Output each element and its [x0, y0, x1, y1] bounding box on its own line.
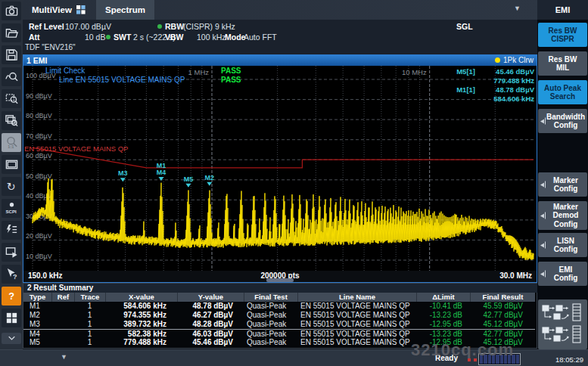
result-table-body: M11584.606 kHz48.78 dBµVQuasi-PeakEN 550… [23, 302, 535, 347]
vbw-value[interactable]: 100 kHz [197, 33, 226, 42]
replay-icon[interactable]: ↻ [2, 177, 21, 196]
cell-line-name: EN 55015 VOLTAGE MAINS QP [297, 302, 416, 311]
cell-final-result: 42.77 dBµV [470, 330, 535, 338]
watermark-mark [474, 358, 477, 361]
tab-spectrum[interactable]: Spectrum [96, 0, 154, 20]
column-header-5: Final Test [244, 293, 297, 302]
window-resize-grip[interactable] [266, 278, 294, 282]
sgl-indicator: SGL [456, 22, 473, 31]
cell-x-value: 584.606 kHz [105, 302, 177, 311]
result-row-M5[interactable]: M51779.488 kHz45.46 dBµVQuasi-PeakEN 550… [23, 338, 535, 347]
multi-zoom-icon[interactable] [2, 111, 21, 130]
windows-start-icon[interactable] [2, 309, 21, 327]
column-header-8: Final Result [470, 293, 535, 302]
svg-text:1 MHz: 1 MHz [188, 68, 210, 76]
save-icon[interactable] [2, 45, 21, 64]
emi-window-titlebar[interactable]: 1 EMI 1Pk Clrw [23, 55, 537, 66]
svg-text:70 dBµV: 70 dBµV [26, 132, 52, 140]
cell-final-test: Quasi-Peak [244, 302, 297, 311]
limit-check-label: Limit Check [45, 67, 85, 75]
att-value[interactable]: 10 dB [85, 33, 105, 42]
submenu-arrow-icon [540, 181, 546, 188]
open-file-icon[interactable] [2, 23, 21, 42]
rbw-value[interactable]: (CISPR) 9 kHz [183, 22, 235, 31]
column-header-0: Type [23, 293, 51, 302]
svg-text:10 MHz: 10 MHz [402, 68, 427, 76]
cell-trace: 1 [74, 330, 105, 338]
svg-text:M2: M2 [205, 174, 215, 181]
event-sequence-icon[interactable] [2, 221, 21, 240]
trace-label[interactable]: 1Pk Clrw [495, 56, 534, 64]
cell-y-value: 48.78 dBµV [177, 302, 244, 311]
context-help-icon[interactable]: ? [2, 265, 21, 284]
svg-text:M1: M1 [157, 162, 166, 169]
svg-text:?: ? [8, 290, 14, 302]
external-monitor-icon[interactable] [2, 243, 21, 262]
svg-text:50 dBµV: 50 dBµV [26, 172, 52, 180]
softkey-emi-config[interactable]: EMIConfig [538, 262, 587, 286]
svg-text:M3: M3 [118, 169, 128, 177]
softkey-res-bw-mil[interactable]: Res BWMIL [538, 51, 587, 76]
softkey-sidebar: EMI Res BWCISPRRes BWMILAuto PeakSearchB… [537, 0, 588, 366]
screenshot-icon[interactable] [2, 2, 21, 20]
cell-type: M5 [23, 338, 51, 347]
result-row-M2[interactable]: M21974.355 kHz46.27 dBµVQuasi-PeakEN 550… [23, 311, 535, 320]
softkey-res-bw-cispr[interactable]: Res BWCISPR [538, 23, 587, 47]
result-row-M3[interactable]: M31389.732 kHz48.28 dBµVQuasi-PeakEN 550… [23, 320, 535, 329]
softkey-auto-peak-search[interactable]: Auto PeakSearch [538, 80, 587, 104]
spectrum-plot[interactable]: 100 dBµV90 dBµV80 dBµV70 dBµV60 dBµV50 d… [23, 66, 537, 271]
cell-δlimit: -12.95 dB [416, 320, 470, 329]
status-bar: ▼ Ready 18:05:29 [0, 349, 588, 366]
softkey-lisn-config[interactable]: LISNConfig [538, 233, 587, 257]
cell-trace: 1 [74, 320, 105, 329]
x-axis-stop: 30.0 MHz [499, 271, 532, 280]
limit-line-name: EN 55015 VOLTAGE MAINS QP [24, 144, 128, 153]
submenu-arrow-icon [540, 118, 546, 125]
display-frame-icon[interactable] [2, 155, 21, 174]
att-label: Att [29, 33, 40, 42]
cell-y-value: 46.27 dBµV [177, 311, 244, 320]
clock: 18:05:29 [555, 355, 583, 364]
softkey-marker-demod-config[interactable]: MarkerDemodConfig [538, 201, 587, 230]
zoom-trace-icon[interactable] [2, 67, 21, 86]
svg-text:10 dBµV: 10 dBµV [26, 253, 52, 260]
svg-text:20 dBµV: 20 dBµV [26, 232, 52, 240]
limit-check-result: PASS [221, 67, 241, 75]
cell-final-result: 42.77 dBµV [470, 311, 535, 320]
cell-type: M4 [23, 330, 51, 338]
result-summary-titlebar[interactable]: 2 Result Summary [23, 284, 539, 293]
zoom-1-1-icon[interactable]: 1:1 [2, 133, 21, 152]
cell-ref [51, 311, 74, 320]
help-icon[interactable]: ? [2, 287, 21, 306]
sequencer-icon [542, 303, 584, 346]
softkey-marker-config[interactable]: MarkerConfig [538, 172, 587, 197]
channel-tab-bar: MultiView Spectrum ▼ [23, 0, 537, 20]
result-row-M1[interactable]: M11584.606 kHz48.78 dBµVQuasi-PeakEN 550… [23, 302, 535, 311]
cell-δlimit: -10.41 dB [416, 302, 470, 311]
tab-overflow-caret[interactable]: ▼ [514, 5, 521, 12]
tab-multiview[interactable]: MultiView [23, 0, 95, 20]
rbw-coupled-led [157, 24, 162, 29]
zoom-area-icon[interactable] [2, 89, 21, 108]
ref-level-value[interactable]: 107.00 dBµV [65, 22, 111, 31]
cell-ref [51, 330, 74, 338]
svg-text:M4: M4 [157, 169, 166, 176]
submenu-arrow-icon [540, 242, 546, 249]
status-message-caret[interactable]: ▼ [61, 353, 67, 361]
cell-line-name: EN 55015 VOLTAGE MAINS QP [297, 311, 416, 320]
limit-line-row-label: Line EN 55015 VOLTAGE MAINS QP [59, 76, 185, 84]
softkey-bandwidth-config[interactable]: BandwidthConfig [538, 109, 587, 133]
tdf-value[interactable]: TDF "ENV216" [25, 43, 76, 51]
svg-text:↻: ↻ [6, 181, 15, 193]
column-header-6: Line Name [297, 293, 416, 302]
rbw-label: RBW [165, 22, 184, 31]
scpi-recorder-icon[interactable]: SCPI [2, 199, 21, 218]
result-row-M4[interactable]: M41582.38 kHz46.03 dBµVQuasi-PeakEN 5501… [23, 329, 535, 338]
cell-line-name: EN 55015 VOLTAGE MAINS QP [297, 320, 416, 329]
cell-x-value: 389.732 kHz [105, 320, 177, 329]
sequencer-button[interactable] [538, 299, 587, 349]
toolbar-collapse-icon[interactable] [2, 333, 21, 344]
mode-value[interactable]: Auto FFT [244, 33, 277, 42]
cell-y-value: 46.03 dBµV [177, 330, 244, 338]
cell-line-name: EN 55015 VOLTAGE MAINS QP [297, 338, 416, 347]
